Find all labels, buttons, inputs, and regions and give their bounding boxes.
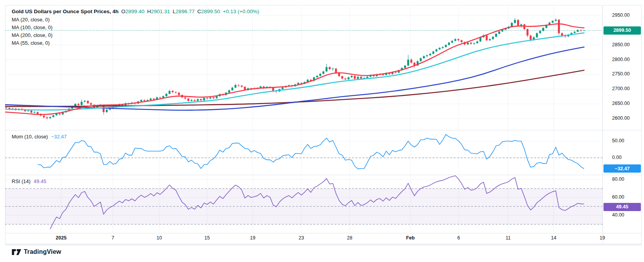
momentum-label: Mom (10, close) xyxy=(12,134,48,140)
low-value: 2896.77 xyxy=(176,9,195,14)
time-axis-label: 15 xyxy=(204,235,210,241)
ma-legend-item[interactable]: MA (200, close, 0) xyxy=(12,32,53,38)
time-axis-label: Feb xyxy=(406,235,415,241)
close-value: 2899.50 xyxy=(201,9,220,14)
rsi-value: 49.45 xyxy=(33,178,46,184)
time-axis-label: 23 xyxy=(299,235,304,241)
time-axis-label: 28 xyxy=(347,235,352,241)
time-axis-label: 19 xyxy=(600,235,605,241)
chart-plot-area[interactable] xyxy=(0,0,644,262)
tradingview-logo-icon xyxy=(12,249,21,255)
ma-legend-item[interactable]: MA (100, close, 0) xyxy=(12,24,53,30)
time-axis-label: 2025 xyxy=(56,235,67,241)
high-label: H xyxy=(147,9,151,14)
rsi-axis-label: 80.00 xyxy=(612,176,624,182)
price-axis-label: 2750.00 xyxy=(612,71,630,77)
price-axis-label: 2650.00 xyxy=(612,101,630,106)
symbol-title-row[interactable]: Gold US Dollars per Ounce Spot Prices, 4… xyxy=(12,9,259,14)
time-axis-label: 11 xyxy=(506,235,511,241)
tradingview-brand-text: TradingView xyxy=(24,248,61,255)
price-axis-label: 2600.00 xyxy=(612,115,630,121)
high-value: 2901.31 xyxy=(151,9,170,14)
time-axis-label: 14 xyxy=(551,235,556,241)
time-axis-label: 10 xyxy=(157,235,162,241)
time-axis-label: 7 xyxy=(112,235,114,241)
price-axis-label: 2800.00 xyxy=(612,57,630,62)
symbol-title: Gold US Dollars per Ounce Spot Prices, 4… xyxy=(12,9,119,14)
momentum-value-badge: −32.47 xyxy=(604,164,641,173)
time-axis-label: 6 xyxy=(457,235,460,241)
ma-legend-item[interactable]: MA (20, close, 0) xyxy=(12,17,50,23)
time-axis-label: 19 xyxy=(250,235,255,241)
rsi-value-badge: 49.45 xyxy=(604,203,641,211)
rsi-legend[interactable]: RSI (14)49.45 xyxy=(12,178,46,184)
tradingview-chart-widget: Gold US Dollars per Ounce Spot Prices, 4… xyxy=(0,0,644,262)
change-value: +0.13 (+0.00%) xyxy=(223,9,259,14)
momentum-value: −32.47 xyxy=(51,134,67,140)
price-axis-label: 2850.00 xyxy=(612,42,630,47)
tradingview-attribution[interactable]: TradingView xyxy=(12,248,61,255)
open-label: O xyxy=(121,9,126,14)
open-value: 2899.40 xyxy=(125,9,144,14)
close-label: C xyxy=(197,9,201,14)
last-price-badge: 2899.50 xyxy=(604,26,641,35)
price-axis-label: 2700.00 xyxy=(612,86,630,91)
mom-axis-label: 50.00 xyxy=(612,138,624,143)
rsi-label: RSI (14) xyxy=(12,178,30,184)
low-label: L xyxy=(172,9,176,14)
rsi-axis-label: 60.00 xyxy=(612,194,624,200)
ma-legend-item[interactable]: MA (55, close, 0) xyxy=(12,40,50,46)
rsi-axis-label: 40.00 xyxy=(612,212,624,218)
price-axis-label: 2950.00 xyxy=(612,12,630,18)
mom-axis-label: 0.00 xyxy=(612,155,621,160)
momentum-legend[interactable]: Mom (10, close)−32.47 xyxy=(12,134,67,140)
